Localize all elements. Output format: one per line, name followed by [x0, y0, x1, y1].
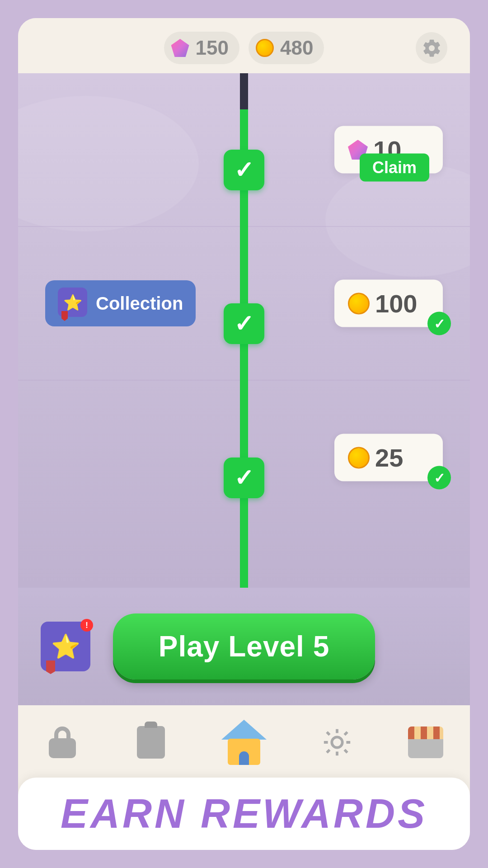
- board-icon-wrap: [133, 724, 169, 760]
- lock-icon: [44, 724, 80, 760]
- checkmark-icon-2: ✓: [234, 312, 254, 335]
- claimed-badge-3: ✓: [427, 466, 451, 490]
- earn-rewards-title: EARN REWARDS: [61, 791, 427, 837]
- coin-reward-icon-2: [348, 292, 370, 314]
- notification-dot: !: [80, 619, 93, 632]
- header: 150 480: [18, 18, 470, 73]
- coin-reward-icon-3: [348, 447, 370, 468]
- svg-point-0: [332, 737, 342, 747]
- coin-shape: [256, 39, 274, 57]
- house-roof: [221, 720, 267, 740]
- gems-group: 150: [164, 32, 239, 64]
- coin-icon: [253, 36, 277, 60]
- reward-amount-3: 25: [375, 443, 403, 472]
- play-section: ⭐ ! Play Level 5: [18, 588, 470, 705]
- gems-value: 150: [196, 37, 229, 59]
- shop-body: [408, 739, 443, 758]
- settings-button[interactable]: [416, 32, 447, 64]
- track-line-top: [240, 73, 248, 109]
- claimed-badge-2: ✓: [427, 312, 451, 335]
- track-area: ✓ 10 Claim ✓ ⭐ Collection: [18, 73, 470, 588]
- checkmark-icon-1: ✓: [234, 158, 254, 182]
- house-icon: [221, 720, 267, 765]
- lock-body: [49, 738, 76, 758]
- lock-shape: [49, 726, 76, 758]
- reward-card-1: 10 Claim: [334, 126, 443, 174]
- coins-group: 480: [249, 32, 324, 64]
- checkpoint-node-1: ✓: [224, 150, 264, 190]
- coins-value: 480: [280, 37, 313, 59]
- reward-amount-2: 100: [375, 289, 417, 318]
- gear-icon: [422, 38, 442, 58]
- collection-corner-icon[interactable]: ⭐ !: [41, 622, 90, 671]
- corner-ribbon: [46, 660, 55, 674]
- book-ribbon: [61, 311, 68, 321]
- nav-item-shop[interactable]: [408, 724, 444, 760]
- nav-item-lock: [44, 724, 80, 760]
- main-card: 150 480 ✓ 10 C: [18, 18, 470, 850]
- checkpoint-node-2: ✓: [224, 303, 264, 344]
- nav-item-home[interactable]: [221, 720, 267, 765]
- clipboard-top: [145, 722, 157, 728]
- achievements-icon-wrap: [319, 724, 355, 760]
- shop-awning: [408, 726, 443, 740]
- checkmark-icon-3: ✓: [234, 466, 254, 490]
- achievements-icon: [321, 726, 353, 758]
- gem-icon: [169, 36, 192, 60]
- reward-card-3: 25 ✓: [334, 434, 443, 481]
- collection-label: Collection: [96, 293, 183, 314]
- bottom-navigation: [18, 705, 470, 778]
- house-door: [239, 751, 249, 765]
- corner-star: ⭐: [51, 633, 80, 660]
- clipboard-icon: [137, 726, 165, 759]
- shop-icon: [408, 726, 443, 758]
- house-body: [228, 739, 260, 765]
- play-level-button[interactable]: Play Level 5: [113, 613, 375, 679]
- shop-icon-wrap: [408, 724, 444, 760]
- earn-rewards-footer: EARN REWARDS: [18, 778, 470, 850]
- claim-button[interactable]: Claim: [360, 154, 429, 182]
- diamond-shape: [171, 39, 189, 57]
- collection-badge[interactable]: ⭐ Collection: [45, 280, 196, 326]
- reward-card-2: 100 ✓: [334, 280, 443, 327]
- nav-item-achievements[interactable]: [319, 724, 355, 760]
- collection-book-icon: ⭐: [58, 288, 89, 319]
- nav-item-board[interactable]: [133, 724, 169, 760]
- checkpoint-node-3: ✓: [224, 458, 264, 498]
- corner-book-wrapper: ⭐ !: [41, 622, 90, 671]
